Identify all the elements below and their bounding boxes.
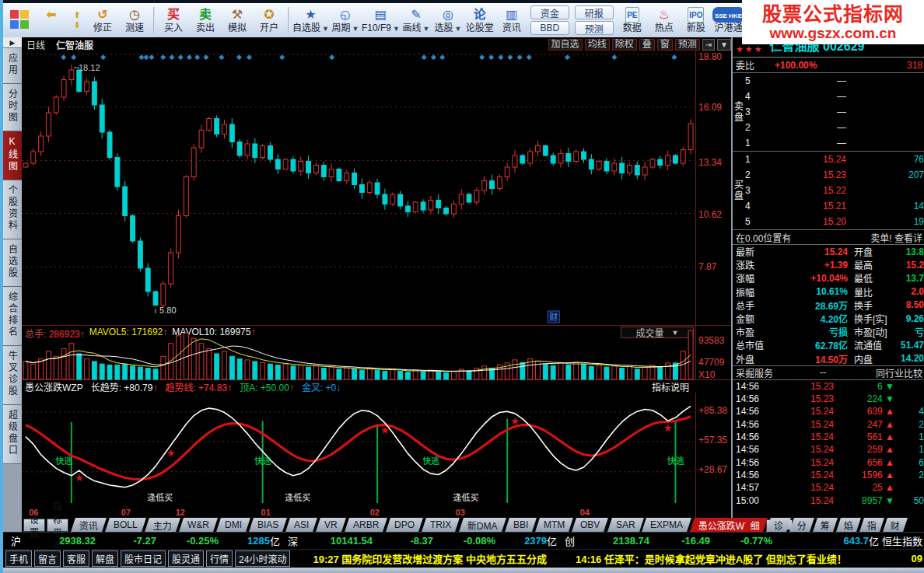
sector-name[interactable]: 采掘服务 bbox=[736, 366, 773, 379]
quote-details: 最新15.24开盘13.8涨跌+1.39最高15.2涨幅+10.04%最低13.… bbox=[733, 245, 924, 366]
simulate-button[interactable]: ⚒模拟 bbox=[222, 4, 253, 37]
sell-button[interactable]: 卖卖出 bbox=[190, 4, 221, 37]
quote-tab-指[interactable]: 指 bbox=[859, 518, 884, 532]
speedtest-button[interactable]: ◷测速 bbox=[119, 4, 150, 37]
watchlist-button-icon: ★ bbox=[305, 7, 316, 23]
bottom-tab-4[interactable]: 解盘 bbox=[92, 550, 118, 567]
open-account-button[interactable]: ✪开户 bbox=[254, 4, 285, 37]
news2-text[interactable]: 任泽平：是时候拿起党章冲进A股了 但别忘了看业绩！ bbox=[604, 554, 847, 565]
hsi-label[interactable]: 恒生指数 bbox=[882, 533, 922, 548]
chart-tool-4[interactable]: 叠 bbox=[639, 39, 655, 51]
indicator-help-link[interactable]: 指标说明 bbox=[652, 380, 689, 393]
quote-tab-筹[interactable]: 筹 bbox=[813, 518, 838, 532]
sh-index-label[interactable]: 沪 bbox=[11, 533, 21, 548]
bottom-button-2[interactable]: 指标平台 bbox=[47, 519, 68, 532]
period-button[interactable]: ◵周期▼ bbox=[330, 4, 361, 37]
sell-row: 2— bbox=[745, 120, 924, 135]
indicator-tab-TRIX[interactable]: TRIX bbox=[422, 518, 460, 532]
f10-button[interactable]: ▤F10/F9▼ bbox=[362, 4, 400, 37]
chart-tool-2[interactable]: 均线 bbox=[585, 39, 610, 51]
chart-tool-6[interactable]: 预测 bbox=[675, 39, 700, 51]
cy-index-value: 2138.74 bbox=[575, 535, 649, 547]
svg-text:◆: ◆ bbox=[160, 53, 166, 61]
indicator-tab-ARBR[interactable]: ARBR bbox=[345, 518, 387, 532]
indicator-tab-SAR[interactable]: SAR bbox=[607, 518, 644, 532]
quote-tab-分[interactable]: 分 bbox=[789, 518, 814, 532]
quote-tab-财[interactable]: 财 bbox=[883, 518, 908, 532]
cy-index-label[interactable]: 创 bbox=[565, 533, 575, 548]
indicator-tab-VR[interactable]: VR bbox=[317, 518, 347, 532]
quote-tab-焰[interactable]: 焰 bbox=[836, 518, 861, 532]
bottom-tab-7[interactable]: 行情 bbox=[206, 550, 233, 567]
stockpick-button[interactable]: ◎选股▼ bbox=[432, 4, 464, 37]
tick-row: 14:5615.24561 ▲1 bbox=[733, 431, 924, 443]
data-button[interactable]: PE数据 bbox=[617, 4, 648, 37]
indicator-tab-新DMA[interactable]: 新DMA bbox=[459, 518, 506, 532]
volume-panel[interactable]: 总手: 286923↑ MAVOL5: 171692↑ MAVOL10: 169… bbox=[22, 325, 731, 379]
indicator-tab-MTM[interactable]: MTM bbox=[535, 518, 573, 532]
hot-button[interactable]: ♨热点 bbox=[649, 4, 680, 37]
chart-tool-3[interactable]: 除权 bbox=[612, 39, 637, 51]
bottom-tab-8[interactable]: 24小时滚动 bbox=[235, 550, 290, 567]
sh-index-pct: -0.25% bbox=[156, 535, 219, 547]
news1-text[interactable]: 国务院印发营改增过渡方案 中央地方五五分成 bbox=[341, 554, 547, 565]
period-label[interactable]: 日线 bbox=[26, 38, 45, 51]
chart-dropdown-icon[interactable]: ▼ bbox=[717, 39, 731, 51]
indicator-tab-DPO[interactable]: DPO bbox=[387, 518, 424, 532]
sidebar-item-7[interactable]: 牛叉诊股 bbox=[3, 346, 22, 405]
level-volume: 19 bbox=[846, 216, 924, 227]
detail-label: 换手 bbox=[848, 299, 899, 312]
chart-tool-5[interactable]: 窗 bbox=[657, 39, 673, 51]
sz-index-label[interactable]: 深 bbox=[288, 533, 298, 548]
sidebar-item-2[interactable]: 分时图 bbox=[3, 84, 22, 131]
kline-panel[interactable]: 18.80 16.09 13.34 10.62 7.87 ◆◆◆◆◆◆◆◆◆◆◆… bbox=[22, 51, 731, 325]
indicator-tab-OBV[interactable]: OBV bbox=[572, 518, 608, 532]
up-arrow-icon[interactable]: ⬆ bbox=[68, 11, 86, 19]
indicator-tab-EXPMA[interactable]: EXPMA bbox=[642, 518, 691, 532]
bottom-tab-3[interactable]: 客服 bbox=[63, 550, 89, 567]
sidebar-item-6[interactable]: 综合排名 bbox=[3, 287, 22, 346]
indicator-tab-主力[interactable]: 主力 bbox=[145, 518, 180, 532]
indicator-tab-BOLL[interactable]: BOLL bbox=[105, 518, 146, 532]
watchlist-button[interactable]: ★自选股▼ bbox=[292, 4, 329, 37]
indicator-tab-W&R[interactable]: W&R bbox=[179, 518, 218, 532]
ipo-button[interactable]: IPO新股 bbox=[681, 4, 712, 37]
next-chart-icon[interactable]: ⇥ bbox=[702, 39, 715, 51]
bottom-tab-6[interactable]: 股灵通 bbox=[168, 550, 204, 567]
news-button[interactable]: ▥资讯 bbox=[496, 4, 527, 37]
order-notice-row[interactable]: 在0.00位置有 卖单! 查看详 bbox=[733, 230, 924, 245]
ipo-button-icon: IPO bbox=[688, 7, 704, 23]
back-button[interactable]: ⬅ bbox=[36, 4, 67, 37]
scroll-buttons[interactable]: ⬆⬇ bbox=[68, 11, 86, 30]
forum-button[interactable]: 论论股堂 bbox=[464, 4, 495, 37]
detail-label: 总市值 bbox=[733, 338, 778, 351]
bottom-tab-5[interactable]: 股市日记 bbox=[121, 550, 166, 567]
indicator-tab-BBI[interactable]: BBI bbox=[505, 518, 537, 532]
sidebar-collapse-button[interactable]: ▶ bbox=[3, 37, 22, 48]
correct-button[interactable]: ↺修正 bbox=[87, 4, 118, 37]
indicator-tab-资讯[interactable]: 资讯 bbox=[71, 518, 107, 532]
bottom-tab-2[interactable]: 留言 bbox=[34, 550, 61, 567]
sidebar-item-3[interactable]: K线图 bbox=[3, 131, 22, 180]
report-forecast-buttons-bottom[interactable]: 预测 bbox=[575, 21, 614, 35]
sidebar-item-4[interactable]: 个股资料 bbox=[3, 180, 22, 239]
indicator-panel[interactable]: +85.38 +57.35 +28.67 ★★★★★快逃快逃快逃快逃逢低买逢低买… bbox=[22, 393, 731, 518]
bottom-tab-1[interactable]: 手机 bbox=[5, 550, 32, 567]
report-forecast-buttons-top[interactable]: 研报 bbox=[575, 5, 614, 19]
hk-connect-button[interactable]: SSE HKE沪港通 bbox=[712, 4, 744, 37]
down-arrow-icon[interactable]: ⬇ bbox=[68, 21, 86, 30]
fund-bbd-buttons-top[interactable]: 资金 bbox=[530, 5, 569, 19]
buy-button[interactable]: 买买入 bbox=[158, 4, 189, 37]
indicator-tab-ASI[interactable]: ASI bbox=[285, 518, 317, 532]
chart-tool-1[interactable]: 加自选 bbox=[548, 39, 583, 51]
bottom-button-1[interactable]: 设置 bbox=[23, 519, 45, 532]
indicator-tab-DMI[interactable]: DMI bbox=[216, 518, 250, 532]
industry-compare-link[interactable]: 同行业比较 bbox=[876, 366, 922, 379]
fund-bbd-buttons-bottom[interactable]: BBD bbox=[530, 21, 569, 35]
app-logo[interactable] bbox=[10, 10, 30, 30]
sidebar-item-1[interactable]: 应用 bbox=[3, 48, 22, 84]
indicator-tab-BIAS[interactable]: BIAS bbox=[249, 518, 287, 532]
sidebar-item-5[interactable]: 自选股 bbox=[3, 239, 22, 287]
drawline-button[interactable]: ✎画线▼ bbox=[401, 4, 432, 37]
sidebar-item-8[interactable]: 超级盘口 bbox=[3, 405, 22, 464]
